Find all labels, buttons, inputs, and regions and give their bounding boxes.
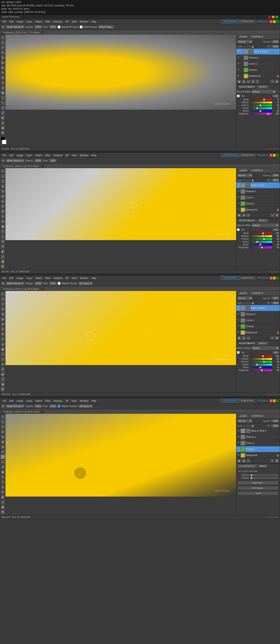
link-layers-btn-1[interactable]: 🔗 xyxy=(251,80,255,84)
blend-mode-select-4[interactable]: Normal xyxy=(237,419,252,423)
layer-row-bw-4[interactable]: 👁 Black & White 1 xyxy=(236,428,280,434)
greens-slider-3[interactable] xyxy=(250,361,272,363)
layer-row-vibrance-3[interactable]: 👁 Vibrance 1 xyxy=(236,311,280,317)
blur-tool-4[interactable]: ◌ xyxy=(1,475,5,479)
eraser-tool-3[interactable]: ◻ xyxy=(1,342,5,346)
add-mask-btn-3[interactable]: ◻ xyxy=(246,336,250,340)
opacity-input-l3[interactable] xyxy=(271,296,279,300)
layer-row-bw-2[interactable]: 👁 Black & White... xyxy=(236,182,280,188)
path-select-4[interactable]: ▶ xyxy=(1,495,5,499)
doc-tab-2[interactable]: Sunflowers_0019.cr2 @ 521% (Black & Whit… xyxy=(1,164,45,168)
yellows-slider-3[interactable] xyxy=(250,358,272,360)
layer-row-curves-1[interactable]: 👁 Curves 1 xyxy=(236,61,280,67)
adj-preset-2[interactable]: Default xyxy=(251,223,279,227)
delete-layer-btn-3[interactable]: 🗑 xyxy=(275,336,279,340)
maximize-btn-1[interactable] xyxy=(275,16,278,18)
invert-btn-4[interactable]: Invert xyxy=(238,492,278,495)
adj-tab-adjustments-3[interactable]: ADJUSTMENTS xyxy=(237,342,257,345)
path-select-2[interactable]: ▶ xyxy=(1,249,5,254)
zoom-tool-1[interactable]: 🔍 xyxy=(1,131,5,135)
blues-slider-2[interactable] xyxy=(250,244,272,246)
video2brain-badge-1[interactable]: VIDEO2BRAIN xyxy=(221,20,239,23)
delete-layer-btn-2[interactable]: 🗑 xyxy=(275,213,279,217)
magentas-slider-2[interactable] xyxy=(250,247,272,248)
auto-btn-1[interactable]: Auto xyxy=(272,94,279,98)
flow-input-1[interactable]: 100% xyxy=(49,25,57,29)
adj-tab-masks-2[interactable]: MASKS xyxy=(257,219,269,222)
pen-tool-1[interactable]: ✒ xyxy=(1,106,5,110)
adj-layer-btn-4[interactable]: ◑ xyxy=(242,459,246,463)
eye-icon-vibrance-4[interactable]: 👁 xyxy=(237,436,240,438)
menu-window-3[interactable]: Window xyxy=(79,276,90,280)
dodge-tool-4[interactable]: ○ xyxy=(1,480,5,484)
add-mask-btn-1[interactable]: ◻ xyxy=(246,80,250,84)
eye-icon-bg-4[interactable]: 👁 xyxy=(237,454,240,457)
adj-tab-adjustments-1[interactable]: ADJUSTMENTS xyxy=(237,85,257,89)
blend-mode-select-3[interactable]: Normal xyxy=(237,296,252,300)
blend-mode-select-2[interactable]: Normal xyxy=(237,174,252,177)
new-group-btn-4[interactable]: ▣ xyxy=(237,459,241,463)
blues-thumb-1[interactable] xyxy=(259,110,261,112)
win-close-3[interactable] xyxy=(270,277,272,279)
close-btn-1[interactable] xyxy=(268,16,271,18)
reds-thumb-1[interactable] xyxy=(263,99,265,100)
channels-tab-4[interactable]: CHANNELS xyxy=(250,414,264,418)
magentas-slider-3[interactable] xyxy=(250,370,272,371)
move-tool-1[interactable]: ↔ xyxy=(1,35,5,40)
layers-tab-4[interactable]: LAYERS xyxy=(238,414,249,418)
cyans-slider-1[interactable] xyxy=(250,107,272,109)
layers-tab-3[interactable]: LAYERS xyxy=(238,292,249,295)
win-close-2[interactable] xyxy=(270,154,272,156)
eyedropper-tool-2[interactable]: 💉 xyxy=(1,194,5,198)
lock-paint-2[interactable]: ✏ xyxy=(246,179,248,182)
menu-layer-4[interactable]: Layer xyxy=(25,399,34,402)
cyans-thumb-3[interactable] xyxy=(256,364,258,366)
lock-paint-3[interactable]: ✏ xyxy=(246,302,248,304)
new-group-btn-3[interactable]: ▣ xyxy=(237,336,241,340)
menu-select-1[interactable]: Select xyxy=(34,20,44,23)
win-max-2[interactable] xyxy=(276,154,279,156)
greens-thumb-1[interactable] xyxy=(259,104,261,106)
history-brush-2[interactable]: ↩ xyxy=(1,214,5,218)
lock-move-2[interactable]: ✛ xyxy=(249,179,250,182)
eyedropper-tool-1[interactable]: 💉 xyxy=(1,60,5,65)
lasso-tool-1[interactable]: ⌖ xyxy=(1,45,5,50)
menu-analysis-2[interactable]: Analysis xyxy=(52,154,64,157)
menu-layer-2[interactable]: Layer xyxy=(25,154,34,157)
menu-view-4[interactable]: View xyxy=(70,399,78,402)
reds-thumb-3[interactable] xyxy=(262,355,264,357)
layer-row-curves-3[interactable]: 👁 Curves 1 xyxy=(236,317,280,324)
refine-edge-btn-1[interactable]: Refine Edge... xyxy=(98,25,114,29)
magic-wand-1[interactable]: ✦ xyxy=(1,50,5,55)
dodge-tool-3[interactable]: ○ xyxy=(1,357,5,361)
sample-dropdown-3[interactable]: All Layers ▼ xyxy=(78,282,93,285)
menu-3d-4[interactable]: 3D xyxy=(64,399,70,402)
layer-row-bg-3[interactable]: 👁 Background 🔒 xyxy=(236,330,280,336)
adj-tab-masks-1[interactable]: MASKS xyxy=(257,85,269,89)
eyedropper-tool-4[interactable]: 💉 xyxy=(1,440,5,444)
zoom-tool-4[interactable]: 🔍 xyxy=(1,510,5,514)
video2brain-badge-3[interactable]: VIDEO2BRAIN xyxy=(221,276,239,280)
magic-wand-2[interactable]: ✦ xyxy=(1,184,5,188)
shape-tool-4[interactable]: □ xyxy=(1,500,5,504)
fill-input-l1[interactable] xyxy=(271,45,279,48)
adj-layer-btn-3[interactable]: ◑ xyxy=(242,336,246,340)
greens-slider-1[interactable] xyxy=(250,104,272,106)
text-tool-4[interactable]: T xyxy=(1,490,5,494)
eye-icon-vibrance-2[interactable]: 👁 xyxy=(237,190,240,193)
menu-analysis-3[interactable]: Analysis xyxy=(52,276,64,280)
eye-icon-curves-2[interactable]: 👁 xyxy=(237,196,240,199)
move-tool-4[interactable]: ↔ xyxy=(1,414,5,419)
move-tool-3[interactable]: ↔ xyxy=(1,292,5,296)
adj-layer-btn-2[interactable]: ◑ xyxy=(242,213,246,217)
lock-transparency-1[interactable]: ⬡ xyxy=(243,45,245,48)
yellows-slider-2[interactable] xyxy=(250,235,272,237)
menu-view-2[interactable]: View xyxy=(70,154,78,157)
greens-thumb-3[interactable] xyxy=(263,361,265,363)
adj-preset-3[interactable]: Default xyxy=(251,346,279,350)
layer-row-vibrance-4[interactable]: 👁 Vibrance 1 xyxy=(236,434,280,440)
menu-analysis-4[interactable]: Analysis xyxy=(52,399,64,402)
win-close-4[interactable] xyxy=(270,400,272,402)
add-mask-btn-2[interactable]: ◻ xyxy=(246,213,250,217)
eye-icon-bg-2[interactable]: 👁 xyxy=(237,208,240,211)
